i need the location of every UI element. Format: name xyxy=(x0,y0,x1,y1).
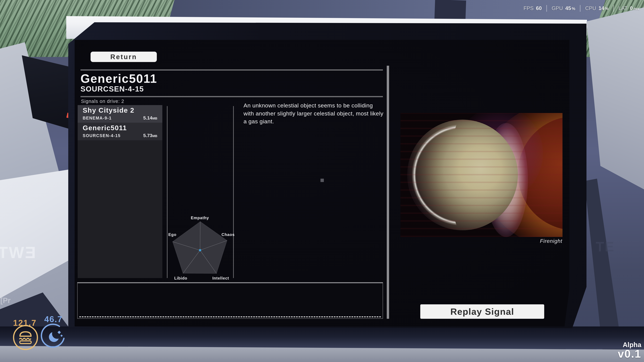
cpu-value: 14% xyxy=(598,5,608,11)
title-divider-top xyxy=(80,69,383,70)
game-viewport: EWT [Pr TE FPS 60 GPU 45% CPU 14% LAT 0m… xyxy=(0,0,644,362)
signals-on-drive-label: Signals on drive: 2 xyxy=(81,98,124,104)
radar-axis-label-empathy: Empathy xyxy=(191,216,209,220)
fps-label: FPS xyxy=(524,5,534,11)
perf-divider xyxy=(546,5,547,12)
signal-list-item[interactable]: Generic5011 SOURCSEN-4-15 5.73MB xyxy=(78,123,162,140)
perf-divider xyxy=(580,5,580,12)
cursor-marker xyxy=(320,179,324,182)
radar-axis-label-intellect: Intellect xyxy=(212,276,229,281)
signal-size: 5.73MB xyxy=(143,133,157,138)
replay-signal-button[interactable]: Replay Signal xyxy=(420,304,544,319)
build-version: Alpha v0.1 xyxy=(618,341,641,360)
cpu-label: CPU xyxy=(585,5,596,11)
latency-value: 0ms xyxy=(630,5,639,11)
signal-name: Shy Cityside 2 xyxy=(83,106,162,114)
signal-list-item[interactable]: Shy Cityside 2 BENEMA-9-1 5.14MB xyxy=(78,105,162,123)
radar-axis-label-libido: Libido xyxy=(174,276,187,281)
burger-icon xyxy=(12,324,39,351)
signal-code: BENEMA-9-1 xyxy=(83,116,112,120)
gpu-label: GPU xyxy=(552,5,563,11)
panel-divider-right xyxy=(233,106,234,278)
trait-radar-chart xyxy=(171,220,228,275)
title-divider-bottom xyxy=(80,96,383,97)
latency-label: LAT xyxy=(618,5,628,11)
moon-sleep-icon xyxy=(40,323,67,349)
signal-timeline-box xyxy=(77,282,383,319)
content-scrollbar[interactable] xyxy=(387,66,389,319)
signal-description: An unknown celestial object seems to be … xyxy=(244,102,384,125)
fps-value: 60 xyxy=(536,5,542,11)
radar-axis-label-ego: Ego xyxy=(168,232,176,237)
gpu-stat: GPU 45% xyxy=(552,5,575,11)
floor-shadow xyxy=(0,327,644,349)
radar-axis-label-chaos: Chaos xyxy=(222,232,234,237)
build-stage-label: Alpha xyxy=(618,341,641,348)
gpu-value: 45% xyxy=(565,5,575,11)
wall-decal-text: TE xyxy=(596,239,615,255)
latency-stat: LAT 0ms xyxy=(618,5,640,11)
wall-decal-text: [Pr xyxy=(0,296,10,305)
signal-code-subtitle: SOURCSEN-4-15 xyxy=(80,85,144,93)
signal-title: Generic5011 xyxy=(80,72,157,85)
build-version-number: v0.1 xyxy=(618,348,641,360)
signal-name: Generic5011 xyxy=(83,124,162,132)
cpu-stat: CPU 14% xyxy=(585,5,608,11)
signal-list: Shy Cityside 2 BENEMA-9-1 5.14MB Generic… xyxy=(78,105,162,278)
scanlines-overlay xyxy=(400,113,562,237)
wall-decal-text: EWT xyxy=(0,243,36,262)
signal-code: SOURCSEN-4-15 xyxy=(83,133,120,138)
panel-divider-left xyxy=(167,106,168,278)
signal-size: 5.14MB xyxy=(143,115,157,121)
radar-data-dot xyxy=(199,249,201,251)
fps-stat: FPS 60 xyxy=(524,5,542,11)
image-caption: Firenight xyxy=(486,238,562,244)
performance-overlay: FPS 60 GPU 45% CPU 14% LAT 0ms xyxy=(524,5,639,12)
perf-divider xyxy=(613,5,614,12)
signal-result-image xyxy=(400,113,562,237)
timeline-dashed-line xyxy=(79,317,381,317)
return-button[interactable]: Return xyxy=(90,52,157,62)
